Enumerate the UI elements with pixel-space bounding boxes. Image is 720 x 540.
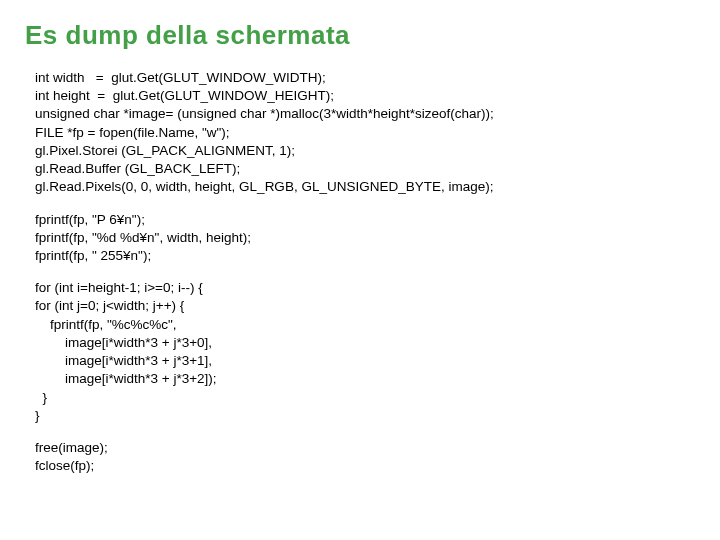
code-block-4: free(image); fclose(fp); (35, 439, 695, 475)
spacer (25, 197, 695, 211)
spacer (25, 265, 695, 279)
slide-title: Es dump della schermata (25, 20, 695, 51)
code-block-3: for (int i=height-1; i>=0; i--) { for (i… (35, 279, 695, 425)
spacer (25, 425, 695, 439)
code-block-1: int width = glut.Get(GLUT_WINDOW_WIDTH);… (35, 69, 695, 197)
code-block-2: fprintf(fp, "P 6¥n"); fprintf(fp, "%d %d… (35, 211, 695, 266)
